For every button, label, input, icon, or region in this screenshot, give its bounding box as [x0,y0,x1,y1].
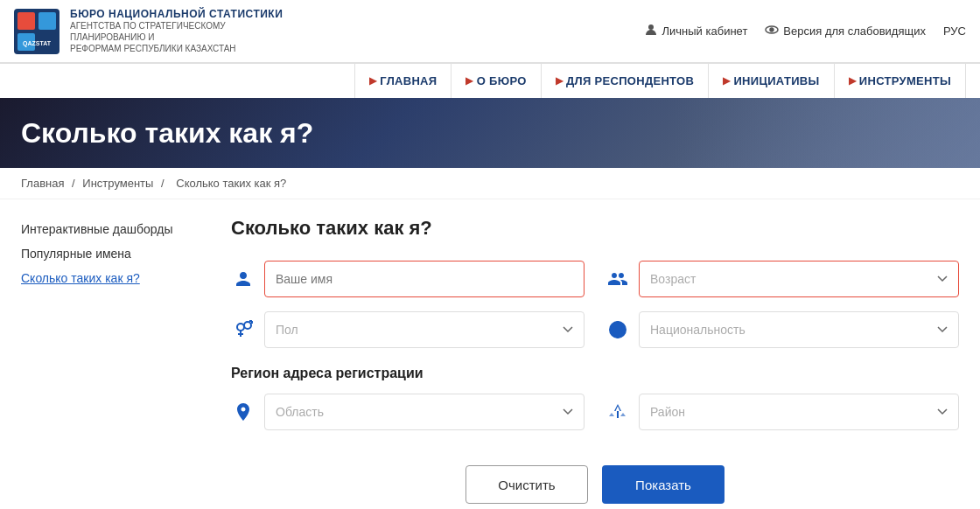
nav-o-byuro[interactable]: ▶ О БЮРО [452,64,541,98]
logo-subtitle: АГЕНТСТВА ПО СТРАТЕГИЧЕСКОМУ ПЛАНИРОВАНИ… [70,20,298,54]
oblast-field-row: Область [231,394,584,430]
breadcrumb-current: Сколько таких как я? [176,177,286,190]
site-logo: QAZSTAT [14,9,60,54]
globe-icon [606,317,630,342]
nav-glavnaya[interactable]: ▶ ГЛАВНАЯ [354,64,452,98]
nav-label: ИНСТРУМЕНТЫ [859,74,951,87]
svg-point-9 [237,324,244,331]
sidebar-item-dashboards[interactable]: Интерактивные дашборды [21,217,196,241]
main-content: Сколько таких как я? [231,217,959,504]
language-selector[interactable]: РУС [943,24,966,38]
gender-icon [231,317,256,342]
hero-title: Сколько таких как я? [21,117,313,150]
region-title: Регион адреса регистрации [231,366,959,381]
district-icon [606,400,630,424]
main-nav: ▶ ГЛАВНАЯ ▶ О БЮРО ▶ ДЛЯ РЕСПОНДЕНТОВ ▶ … [0,63,980,98]
oblast-select[interactable]: Область [264,394,584,430]
svg-point-8 [770,28,774,31]
svg-point-6 [648,24,654,30]
nav-arrow-icon: ▶ [466,75,472,87]
nationality-select[interactable]: Национальность [639,311,959,348]
eye-icon [765,23,779,39]
nav-instrumenty[interactable]: ▶ ИНСТРУМЕНТЫ [835,64,967,98]
nav-label: ДЛЯ РЕСПОНДЕНТОВ [566,74,694,87]
nav-respondenty[interactable]: ▶ ДЛЯ РЕСПОНДЕНТОВ [542,64,709,98]
user-icon [644,23,658,39]
svg-rect-1 [18,12,35,30]
name-field-row [231,261,584,297]
nav-label: ИНИЦИАТИВЫ [733,74,819,87]
nav-label: ГЛАВНАЯ [380,74,437,87]
location-icon [231,400,256,424]
breadcrumb-instrumenty[interactable]: Инструменты [82,177,153,190]
vision-link[interactable]: Версия для слабовидящих [765,23,926,39]
logo-title: БЮРО НАЦИОНАЛЬНОЙ СТАТИСТИКИ [70,8,298,20]
vision-label: Версия для слабовидящих [783,24,926,38]
sidebar-item-names[interactable]: Популярные имена [21,241,196,266]
name-input[interactable] [264,261,584,297]
logo-text: БЮРО НАЦИОНАЛЬНОЙ СТАТИСТИКИ АГЕНТСТВА П… [70,8,298,54]
breadcrumb-home[interactable]: Главная [21,177,64,190]
header-left: QAZSTAT БЮРО НАЦИОНАЛЬНОЙ СТАТИСТИКИ АГЕ… [14,8,298,54]
sidebar: Интерактивные дашборды Популярные имена … [21,217,196,504]
show-button[interactable]: Показать [602,465,724,504]
nav-initsiativy[interactable]: ▶ ИНИЦИАТИВЫ [709,64,834,98]
age-select[interactable]: Возраст [639,261,959,297]
site-header: QAZSTAT БЮРО НАЦИОНАЛЬНОЙ СТАТИСТИКИ АГЕ… [0,0,980,63]
clear-button[interactable]: Очистить [466,465,588,504]
breadcrumb-separator: / [161,177,167,190]
gender-select[interactable]: Пол [264,311,584,348]
breadcrumb-separator: / [72,177,78,190]
person-icon [231,267,256,291]
nav-label: О БЮРО [477,74,527,87]
age-field-row: Возраст [606,261,959,297]
page-title: Сколько таких как я? [231,217,959,240]
gender-field-row: Пол [231,311,584,348]
hero-banner: Сколько таких как я? [0,98,980,168]
nav-arrow-icon: ▶ [556,75,563,87]
svg-text:QAZSTAT: QAZSTAT [23,40,52,47]
nav-arrow-icon: ▶ [369,75,376,87]
sidebar-item-skolko[interactable]: Сколько таких как я? [21,266,196,290]
main-layout: Интерактивные дашборды Популярные имена … [0,199,980,509]
rayon-field-row: Район [606,394,959,430]
region-grid: Область Район [231,394,959,430]
rayon-select[interactable]: Район [639,394,959,430]
group-icon [606,267,630,291]
header-right: Личный кабинет Версия для слабовидящих Р… [644,23,966,39]
breadcrumb: Главная / Инструменты / Сколько таких ка… [0,168,980,199]
svg-rect-2 [38,12,56,30]
cabinet-link[interactable]: Личный кабинет [644,23,748,39]
svg-point-12 [244,322,251,329]
cabinet-label: Личный кабинет [662,24,748,38]
region-section: Регион адреса регистрации Область [231,366,959,430]
nav-arrow-icon: ▶ [849,75,856,87]
nationality-field-row: Национальность [606,311,959,348]
button-row: Очистить Показать [231,457,959,504]
nav-arrow-icon: ▶ [723,75,730,87]
form-grid: Возраст Пол [231,261,959,348]
